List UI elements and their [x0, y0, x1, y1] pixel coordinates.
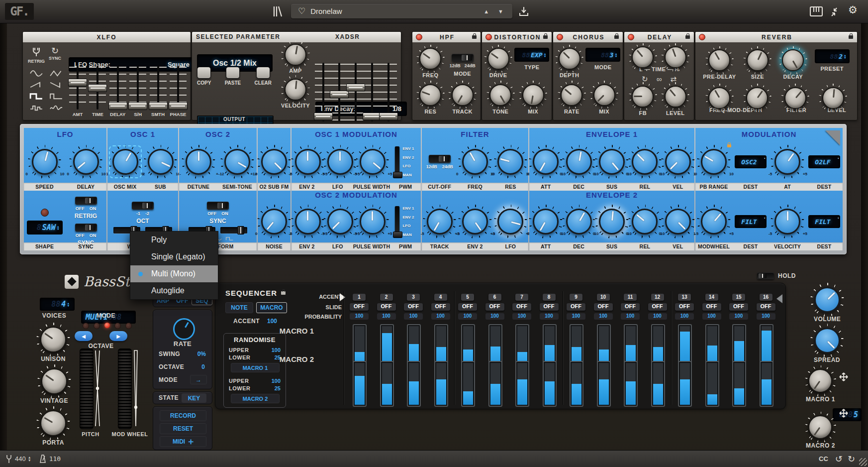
seq-mode-direction-button[interactable]: →	[190, 375, 207, 384]
menu-item-multi-mono[interactable]: Multi (Mono)	[130, 265, 218, 282]
paste-button[interactable]: PASTE	[225, 67, 241, 86]
delay-slider[interactable]	[109, 66, 126, 110]
sus-knob[interactable]: 010	[599, 149, 625, 175]
probability-value[interactable]: 100	[594, 313, 613, 320]
slider-thumb[interactable]	[108, 102, 127, 110]
slider-thumb[interactable]	[237, 226, 244, 234]
randomise-macro1-button[interactable]: MACRO 1	[231, 363, 280, 372]
spread-knob[interactable]	[814, 328, 840, 353]
level-knob[interactable]	[665, 86, 686, 108]
unison-knob[interactable]	[40, 327, 66, 352]
macro2-step-slider[interactable]	[543, 361, 557, 407]
noise-knob[interactable]: 010	[261, 209, 287, 234]
xlfo-sync-button[interactable]: ↻ SYNC	[49, 46, 61, 61]
tempo-value[interactable]: 110	[49, 455, 61, 463]
slider-thumb[interactable]	[88, 84, 107, 92]
macro1-assign-icon[interactable]	[839, 372, 849, 384]
slider-thumb[interactable]	[128, 102, 147, 110]
vel-knob[interactable]: 010	[665, 209, 691, 234]
retrig-switch[interactable]	[75, 197, 97, 205]
drive-knob[interactable]	[487, 48, 509, 70]
probability-value[interactable]: 100	[404, 313, 423, 320]
smth-slider[interactable]	[150, 66, 167, 110]
probability-value[interactable]: 100	[702, 313, 721, 320]
swing-value[interactable]: 0%	[197, 350, 206, 357]
step-number-button[interactable]: 12	[651, 294, 664, 301]
lock-icon[interactable]	[614, 35, 619, 39]
clear-button[interactable]: CLEAR	[255, 67, 272, 86]
depth-knob[interactable]	[559, 48, 580, 70]
step-number-button[interactable]: 13	[678, 294, 691, 301]
preset-bar[interactable]: ♡ Dronelaw ▲ ▼	[291, 4, 512, 18]
accent-amount-value[interactable]: 100	[267, 318, 277, 325]
slide-button[interactable]: OFF	[431, 303, 450, 311]
velocity-knob[interactable]	[285, 79, 306, 101]
macro2-step-slider[interactable]	[651, 361, 665, 407]
dest-display[interactable]: FILT▾	[808, 215, 840, 228]
step-number-button[interactable]: 16	[760, 294, 772, 301]
slide-button[interactable]: OFF	[729, 303, 748, 311]
power-led[interactable]	[699, 34, 705, 40]
pwm-thumb[interactable]	[393, 172, 402, 178]
collapse-window-icon[interactable]	[830, 7, 842, 19]
probability-value[interactable]: 100	[431, 313, 450, 320]
item-knob[interactable]	[784, 87, 806, 109]
vel-knob[interactable]: 010	[665, 149, 691, 175]
slider-thumb[interactable]	[314, 113, 333, 120]
step-number-button[interactable]: 6	[488, 294, 501, 301]
slide-button[interactable]: OFF	[377, 303, 396, 311]
type-display[interactable]: 88EXP▲▼	[514, 48, 549, 62]
macro2-step-slider[interactable]	[705, 361, 719, 407]
s-start-slider[interactable]	[347, 63, 364, 121]
dec-knob[interactable]: 010	[566, 209, 592, 234]
macro2-assign-icon[interactable]	[839, 408, 849, 420]
dest-display[interactable]: O2LF▾	[808, 155, 840, 168]
slide-button[interactable]: OFF	[540, 303, 559, 311]
probability-value[interactable]: 100	[675, 313, 694, 320]
upper-value[interactable]: 100	[272, 347, 281, 353]
slide-button[interactable]: OFF	[458, 303, 477, 311]
menu-item-single-legato[interactable]: Single (Legato)	[130, 248, 218, 265]
env2-knob[interactable]: -5+5	[462, 209, 488, 234]
slide-button[interactable]: OFF	[512, 303, 531, 311]
slider-thumb[interactable]	[169, 102, 188, 110]
step-number-button[interactable]: 4	[434, 294, 447, 301]
delay-knob[interactable]: 010	[73, 149, 99, 175]
step-number-button[interactable]: 7	[515, 294, 528, 301]
env2-depth-knob[interactable]: -5+5	[295, 149, 321, 175]
slider-thumb[interactable]	[379, 113, 398, 120]
step-number-button[interactable]: 5	[461, 294, 474, 301]
favourite-heart-icon[interactable]: ♡	[298, 6, 305, 16]
tuning-value[interactable]: 440	[15, 455, 26, 463]
osc-mix-knob[interactable]: 12	[112, 149, 138, 175]
probability-value[interactable]: 100	[377, 313, 396, 320]
power-led[interactable]	[416, 34, 422, 40]
macro2-step-slider[interactable]	[407, 361, 421, 407]
square-wave-icon[interactable]	[225, 236, 234, 241]
macro2-step-slider[interactable]	[353, 361, 367, 407]
item-knob[interactable]	[632, 46, 654, 68]
s-time-slider[interactable]	[364, 63, 381, 121]
probability-value[interactable]: 100	[567, 313, 585, 320]
tone-knob[interactable]	[489, 84, 511, 106]
menu-item-autoglide[interactable]: Autoglide	[130, 282, 218, 299]
pulse-width-knob[interactable]: -5+5	[360, 149, 386, 175]
probability-value[interactable]: 100	[458, 313, 477, 320]
modwheel-knob[interactable]: -5+5	[701, 209, 727, 234]
slide-button[interactable]: OFF	[485, 303, 504, 311]
macro2-step-slider[interactable]	[624, 361, 638, 407]
cut-off-switch[interactable]	[429, 155, 451, 163]
lfo-depth-knob[interactable]: -5+5	[327, 209, 353, 234]
preset-name[interactable]: Dronelaw	[310, 7, 483, 15]
macro-2-knob[interactable]	[808, 415, 832, 439]
octave-up-button[interactable]: ▶	[109, 331, 127, 341]
macro2-step-slider[interactable]	[597, 361, 611, 407]
macro2-step-slider[interactable]	[488, 361, 502, 407]
save-preset-icon[interactable]	[518, 6, 529, 17]
step-number-button[interactable]: 10	[597, 294, 610, 301]
dest-display[interactable]: FILT▾	[735, 215, 767, 228]
step-number-button[interactable]: 1	[353, 294, 366, 301]
macro2-step-slider[interactable]	[678, 361, 692, 407]
macro2-step-slider[interactable]	[732, 361, 746, 407]
octave-down-button[interactable]: ◀	[75, 331, 93, 341]
